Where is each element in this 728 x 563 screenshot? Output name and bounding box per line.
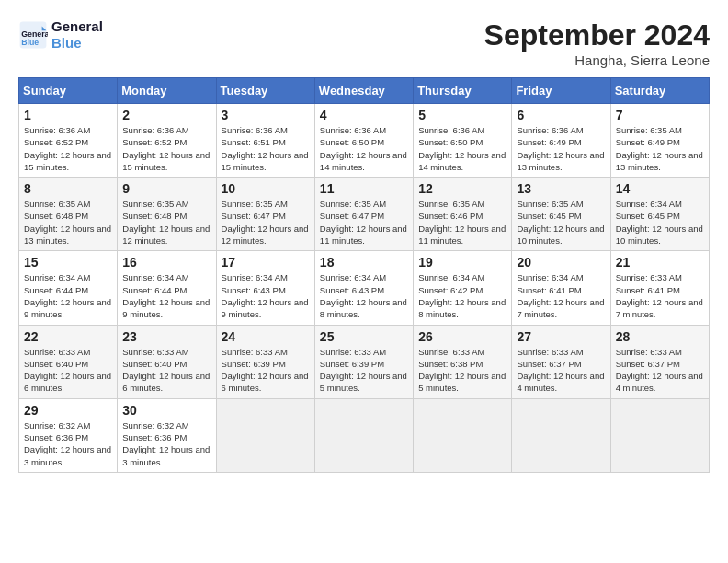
- calendar-cell: [414, 398, 512, 472]
- day-number: 13: [517, 181, 605, 196]
- day-number: 8: [24, 181, 112, 196]
- day-info: Sunrise: 6:35 AM Sunset: 6:48 PM Dayligh…: [24, 198, 112, 247]
- calendar-cell: [512, 398, 610, 472]
- day-number: 21: [616, 255, 704, 270]
- day-info: Sunrise: 6:34 AM Sunset: 6:43 PM Dayligh…: [222, 271, 310, 320]
- day-number: 18: [320, 255, 408, 270]
- day-of-week-header: Monday: [118, 78, 216, 104]
- day-info: Sunrise: 6:34 AM Sunset: 6:43 PM Dayligh…: [320, 271, 408, 320]
- day-info: Sunrise: 6:33 AM Sunset: 6:41 PM Dayligh…: [616, 271, 704, 320]
- calendar-cell: 26 Sunrise: 6:33 AM Sunset: 6:38 PM Dayl…: [414, 325, 512, 398]
- svg-text:Blue: Blue: [21, 38, 39, 47]
- day-info: Sunrise: 6:33 AM Sunset: 6:38 PM Dayligh…: [418, 346, 506, 395]
- day-number: 5: [418, 108, 506, 122]
- calendar-cell: 25 Sunrise: 6:33 AM Sunset: 6:39 PM Dayl…: [314, 325, 413, 398]
- calendar-cell: 1 Sunrise: 6:36 AM Sunset: 6:52 PM Dayli…: [19, 104, 118, 178]
- day-number: 17: [222, 255, 310, 270]
- day-info: Sunrise: 6:36 AM Sunset: 6:50 PM Dayligh…: [418, 124, 506, 173]
- calendar-cell: 5 Sunrise: 6:36 AM Sunset: 6:50 PM Dayli…: [414, 104, 512, 178]
- day-info: Sunrise: 6:32 AM Sunset: 6:36 PM Dayligh…: [24, 419, 112, 468]
- calendar-table: SundayMondayTuesdayWednesdayThursdayFrid…: [18, 77, 710, 473]
- calendar-cell: 17 Sunrise: 6:34 AM Sunset: 6:43 PM Dayl…: [216, 251, 314, 325]
- day-info: Sunrise: 6:34 AM Sunset: 6:44 PM Dayligh…: [122, 271, 210, 320]
- calendar-cell: 27 Sunrise: 6:33 AM Sunset: 6:37 PM Dayl…: [512, 325, 610, 398]
- calendar-cell: 3 Sunrise: 6:36 AM Sunset: 6:51 PM Dayli…: [216, 104, 314, 178]
- logo-blue: Blue: [51, 35, 103, 52]
- calendar-week-row: 8 Sunrise: 6:35 AM Sunset: 6:48 PM Dayli…: [19, 178, 710, 251]
- day-number: 10: [222, 181, 310, 196]
- calendar-cell: 10 Sunrise: 6:35 AM Sunset: 6:47 PM Dayl…: [216, 178, 314, 251]
- calendar-header-row: SundayMondayTuesdayWednesdayThursdayFrid…: [19, 78, 710, 104]
- logo: General Blue General Blue: [18, 18, 103, 52]
- day-info: Sunrise: 6:34 AM Sunset: 6:45 PM Dayligh…: [616, 198, 704, 247]
- day-number: 19: [418, 255, 506, 270]
- day-number: 1: [24, 108, 112, 122]
- day-info: Sunrise: 6:35 AM Sunset: 6:45 PM Dayligh…: [517, 198, 605, 247]
- day-number: 26: [418, 329, 506, 344]
- day-of-week-header: Saturday: [610, 78, 709, 104]
- day-info: Sunrise: 6:34 AM Sunset: 6:42 PM Dayligh…: [418, 271, 506, 320]
- calendar-week-row: 15 Sunrise: 6:34 AM Sunset: 6:44 PM Dayl…: [19, 251, 710, 325]
- day-info: Sunrise: 6:36 AM Sunset: 6:49 PM Dayligh…: [517, 124, 605, 173]
- day-info: Sunrise: 6:36 AM Sunset: 6:52 PM Dayligh…: [122, 124, 210, 173]
- day-number: 6: [517, 108, 605, 122]
- day-number: 11: [320, 181, 408, 196]
- calendar-week-row: 1 Sunrise: 6:36 AM Sunset: 6:52 PM Dayli…: [19, 104, 710, 178]
- calendar-cell: 15 Sunrise: 6:34 AM Sunset: 6:44 PM Dayl…: [19, 251, 118, 325]
- page-header: General Blue General Blue September 2024…: [18, 18, 710, 68]
- day-number: 28: [616, 329, 704, 344]
- day-of-week-header: Sunday: [19, 78, 118, 104]
- day-number: 25: [320, 329, 408, 344]
- calendar-cell: 20 Sunrise: 6:34 AM Sunset: 6:41 PM Dayl…: [512, 251, 610, 325]
- calendar-cell: 29 Sunrise: 6:32 AM Sunset: 6:36 PM Dayl…: [19, 398, 118, 472]
- calendar-cell: 22 Sunrise: 6:33 AM Sunset: 6:40 PM Dayl…: [19, 325, 118, 398]
- title-block: September 2024 Hangha, Sierra Leone: [484, 18, 710, 68]
- calendar-cell: 18 Sunrise: 6:34 AM Sunset: 6:43 PM Dayl…: [314, 251, 413, 325]
- day-info: Sunrise: 6:32 AM Sunset: 6:36 PM Dayligh…: [122, 419, 210, 468]
- day-of-week-header: Wednesday: [314, 78, 413, 104]
- calendar-cell: 11 Sunrise: 6:35 AM Sunset: 6:47 PM Dayl…: [314, 178, 413, 251]
- calendar-cell: 4 Sunrise: 6:36 AM Sunset: 6:50 PM Dayli…: [314, 104, 413, 178]
- day-info: Sunrise: 6:36 AM Sunset: 6:51 PM Dayligh…: [222, 124, 310, 173]
- day-info: Sunrise: 6:35 AM Sunset: 6:49 PM Dayligh…: [616, 124, 704, 173]
- day-number: 7: [616, 108, 704, 122]
- day-info: Sunrise: 6:34 AM Sunset: 6:44 PM Dayligh…: [24, 271, 112, 320]
- day-of-week-header: Friday: [512, 78, 610, 104]
- day-info: Sunrise: 6:33 AM Sunset: 6:39 PM Dayligh…: [320, 346, 408, 395]
- day-number: 15: [24, 255, 112, 270]
- day-number: 20: [517, 255, 605, 270]
- day-number: 2: [122, 108, 210, 122]
- calendar-cell: 7 Sunrise: 6:35 AM Sunset: 6:49 PM Dayli…: [610, 104, 709, 178]
- day-info: Sunrise: 6:33 AM Sunset: 6:39 PM Dayligh…: [222, 346, 310, 395]
- calendar-cell: 23 Sunrise: 6:33 AM Sunset: 6:40 PM Dayl…: [118, 325, 216, 398]
- day-info: Sunrise: 6:36 AM Sunset: 6:50 PM Dayligh…: [320, 124, 408, 173]
- calendar-cell: 9 Sunrise: 6:35 AM Sunset: 6:48 PM Dayli…: [118, 178, 216, 251]
- calendar-week-row: 22 Sunrise: 6:33 AM Sunset: 6:40 PM Dayl…: [19, 325, 710, 398]
- day-info: Sunrise: 6:35 AM Sunset: 6:46 PM Dayligh…: [418, 198, 506, 247]
- calendar-cell: [216, 398, 314, 472]
- day-number: 30: [122, 403, 210, 418]
- calendar-cell: 28 Sunrise: 6:33 AM Sunset: 6:37 PM Dayl…: [610, 325, 709, 398]
- day-info: Sunrise: 6:33 AM Sunset: 6:40 PM Dayligh…: [122, 346, 210, 395]
- day-number: 9: [122, 181, 210, 196]
- calendar-cell: [314, 398, 413, 472]
- day-number: 14: [616, 181, 704, 196]
- calendar-cell: 2 Sunrise: 6:36 AM Sunset: 6:52 PM Dayli…: [118, 104, 216, 178]
- day-info: Sunrise: 6:35 AM Sunset: 6:47 PM Dayligh…: [222, 198, 310, 247]
- logo-general: General: [51, 18, 103, 35]
- day-number: 4: [320, 108, 408, 122]
- logo-icon: General Blue: [18, 20, 48, 50]
- day-number: 23: [122, 329, 210, 344]
- day-number: 29: [24, 403, 112, 418]
- day-info: Sunrise: 6:33 AM Sunset: 6:40 PM Dayligh…: [24, 346, 112, 395]
- calendar-cell: [610, 398, 709, 472]
- calendar-cell: 12 Sunrise: 6:35 AM Sunset: 6:46 PM Dayl…: [414, 178, 512, 251]
- day-info: Sunrise: 6:34 AM Sunset: 6:41 PM Dayligh…: [517, 271, 605, 320]
- calendar-cell: 6 Sunrise: 6:36 AM Sunset: 6:49 PM Dayli…: [512, 104, 610, 178]
- calendar-cell: 19 Sunrise: 6:34 AM Sunset: 6:42 PM Dayl…: [414, 251, 512, 325]
- calendar-cell: 8 Sunrise: 6:35 AM Sunset: 6:48 PM Dayli…: [19, 178, 118, 251]
- day-number: 27: [517, 329, 605, 344]
- day-info: Sunrise: 6:33 AM Sunset: 6:37 PM Dayligh…: [517, 346, 605, 395]
- day-of-week-header: Thursday: [414, 78, 512, 104]
- day-info: Sunrise: 6:36 AM Sunset: 6:52 PM Dayligh…: [24, 124, 112, 173]
